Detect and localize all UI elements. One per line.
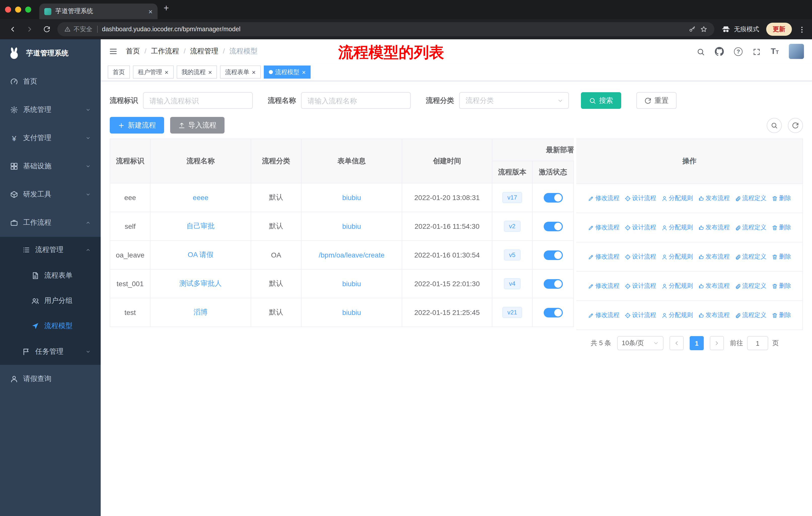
action-publish[interactable]: 发布流程 xyxy=(698,282,730,290)
form-info-link[interactable]: biubiu xyxy=(342,193,361,201)
active-toggle[interactable] xyxy=(544,193,562,202)
active-toggle[interactable] xyxy=(544,221,562,231)
search-icon[interactable] xyxy=(697,47,705,56)
action-definition[interactable]: 流程定义 xyxy=(735,311,766,320)
sidebar-item-user-group[interactable]: 用户分组 xyxy=(0,288,101,314)
action-design[interactable]: 设计流程 xyxy=(625,252,656,261)
action-delete[interactable]: 删除 xyxy=(772,282,791,290)
prev-page-button[interactable] xyxy=(670,336,684,350)
action-assign[interactable]: 分配规则 xyxy=(661,194,693,202)
category-select[interactable]: 流程分类 xyxy=(459,92,569,109)
action-publish[interactable]: 发布流程 xyxy=(698,223,730,232)
action-definition[interactable]: 流程定义 xyxy=(735,194,766,202)
import-process-button[interactable]: 导入流程 xyxy=(170,117,225,134)
bookmark-star-icon[interactable] xyxy=(700,25,707,33)
process-name-link[interactable]: 滔博 xyxy=(194,308,208,316)
action-edit[interactable]: 修改流程 xyxy=(588,194,619,202)
tag-process-model[interactable]: 流程模型 xyxy=(264,65,311,79)
action-design[interactable]: 设计流程 xyxy=(625,223,656,232)
forward-button[interactable] xyxy=(23,23,36,36)
sidebar-item-process-model[interactable]: 流程模型 xyxy=(0,314,101,338)
sidebar-item-task-mgmt[interactable]: 任务管理 xyxy=(0,338,101,365)
sidebar-item-process-form[interactable]: 流程表单 xyxy=(0,263,101,288)
action-definition[interactable]: 流程定义 xyxy=(735,252,766,261)
address-bar[interactable]: 不安全 dashboard.yudao.iocoder.cn/bpm/manag… xyxy=(57,22,714,36)
action-edit[interactable]: 修改流程 xyxy=(588,223,619,232)
tag-my-process[interactable]: 我的流程 xyxy=(176,65,217,79)
create-process-button[interactable]: 新建流程 xyxy=(110,117,164,134)
tag-process-form[interactable]: 流程表单 xyxy=(220,65,261,79)
sidebar-item-infra[interactable]: 基础设施 xyxy=(0,152,101,181)
action-delete[interactable]: 删除 xyxy=(772,311,791,320)
window-close-button[interactable] xyxy=(5,6,11,12)
form-info-link[interactable]: biubiu xyxy=(342,308,361,317)
action-edit[interactable]: 修改流程 xyxy=(588,282,619,290)
breadcrumb-workflow[interactable]: 工作流程 xyxy=(140,47,179,56)
close-icon[interactable] xyxy=(302,69,306,75)
sidebar-item-workflow[interactable]: 工作流程 xyxy=(0,209,101,237)
close-icon[interactable] xyxy=(165,69,168,75)
fullscreen-icon[interactable] xyxy=(753,47,761,56)
update-button[interactable]: 更新 xyxy=(766,23,792,36)
active-toggle[interactable] xyxy=(544,308,562,317)
process-key-input[interactable] xyxy=(143,92,253,109)
avatar[interactable] xyxy=(789,44,804,59)
passwords-key-icon[interactable] xyxy=(689,25,696,33)
action-edit[interactable]: 修改流程 xyxy=(588,311,619,320)
process-name-link[interactable]: OA 请假 xyxy=(188,250,214,259)
tag-home[interactable]: 首页 xyxy=(108,65,130,79)
window-zoom-button[interactable] xyxy=(25,6,31,12)
action-publish[interactable]: 发布流程 xyxy=(698,311,730,320)
reset-button[interactable]: 重置 xyxy=(636,92,676,109)
action-design[interactable]: 设计流程 xyxy=(625,311,656,320)
action-publish[interactable]: 发布流程 xyxy=(698,252,730,261)
form-info-link[interactable]: biubiu xyxy=(342,280,361,288)
help-icon[interactable] xyxy=(734,47,743,56)
page-number-1[interactable]: 1 xyxy=(690,336,704,350)
action-design[interactable]: 设计流程 xyxy=(625,282,656,290)
sidebar-item-devtools[interactable]: 研发工具 xyxy=(0,181,101,209)
sidebar-item-home[interactable]: 首页 xyxy=(0,67,101,96)
process-name-input[interactable] xyxy=(301,92,411,109)
process-name-link[interactable]: 测试多审批人 xyxy=(179,279,222,287)
active-toggle[interactable] xyxy=(544,250,562,260)
action-assign[interactable]: 分配规则 xyxy=(661,311,693,320)
action-design[interactable]: 设计流程 xyxy=(625,194,656,202)
breadcrumb-home[interactable]: 首页 xyxy=(126,47,140,56)
github-icon[interactable] xyxy=(715,47,724,56)
sidebar-item-leave-query[interactable]: 请假查询 xyxy=(0,365,101,393)
sidebar-item-process-mgmt[interactable]: 流程管理 xyxy=(0,237,101,263)
sidebar-item-payment[interactable]: 支付管理 xyxy=(0,124,101,152)
toggle-search-button[interactable] xyxy=(767,118,782,133)
action-publish[interactable]: 发布流程 xyxy=(698,194,730,202)
form-info-link[interactable]: biubiu xyxy=(342,222,361,230)
sidebar-item-system[interactable]: 系统管理 xyxy=(0,96,101,124)
refresh-table-button[interactable] xyxy=(788,118,803,133)
active-toggle[interactable] xyxy=(544,279,562,289)
action-assign[interactable]: 分配规则 xyxy=(661,252,693,261)
close-icon[interactable] xyxy=(252,69,256,75)
process-name-link[interactable]: 自己审批 xyxy=(186,222,215,230)
back-button[interactable] xyxy=(6,23,19,36)
security-chip[interactable]: 不安全 xyxy=(64,25,92,33)
process-name-link[interactable]: eeee xyxy=(193,193,208,201)
next-page-button[interactable] xyxy=(710,336,724,350)
action-delete[interactable]: 删除 xyxy=(772,194,791,202)
action-definition[interactable]: 流程定义 xyxy=(735,223,766,232)
action-delete[interactable]: 删除 xyxy=(772,252,791,261)
tag-tenant-mgmt[interactable]: 租户管理 xyxy=(133,65,173,79)
page-size-select[interactable]: 10条/页 xyxy=(617,336,664,350)
form-info-link[interactable]: /bpm/oa/leave/create xyxy=(319,251,385,259)
action-assign[interactable]: 分配规则 xyxy=(661,282,693,290)
browser-tab[interactable]: 芋道管理系统 xyxy=(39,3,157,19)
action-definition[interactable]: 流程定义 xyxy=(735,282,766,290)
breadcrumb-process-mgmt[interactable]: 流程管理 xyxy=(179,47,219,56)
browser-menu-icon[interactable] xyxy=(798,25,806,34)
search-button[interactable]: 搜索 xyxy=(581,92,621,109)
action-edit[interactable]: 修改流程 xyxy=(588,252,619,261)
action-assign[interactable]: 分配规则 xyxy=(661,223,693,232)
close-icon[interactable] xyxy=(208,69,212,75)
goto-page-input[interactable] xyxy=(747,336,768,350)
reload-button[interactable] xyxy=(40,23,53,36)
action-delete[interactable]: 删除 xyxy=(772,223,791,232)
